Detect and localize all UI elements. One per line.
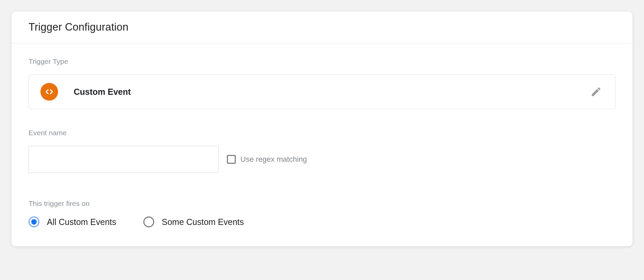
trigger-type-selector[interactable]: Custom Event [29,74,615,109]
fires-on-radio-group: All Custom Events Some Custom Events [29,216,615,227]
trigger-configuration-card: Trigger Configuration Trigger Type Custo… [12,12,632,246]
event-name-input[interactable] [29,146,219,173]
radio-selected-icon [29,216,39,227]
radio-some-custom-events[interactable]: Some Custom Events [143,216,244,227]
card-header: Trigger Configuration [12,12,632,44]
event-name-label: Event name [29,129,615,137]
code-icon [40,83,58,101]
edit-trigger-type-button[interactable] [589,84,604,99]
regex-checkbox[interactable]: Use regex matching [227,155,307,164]
regex-checkbox-label: Use regex matching [240,155,307,164]
card-title: Trigger Configuration [29,21,615,33]
fires-on-label: This trigger fires on [29,199,615,208]
trigger-type-label: Trigger Type [29,57,615,66]
event-name-row: Use regex matching [29,146,615,173]
trigger-type-value: Custom Event [74,87,131,97]
radio-all-custom-events[interactable]: All Custom Events [29,216,116,227]
checkbox-icon [227,155,236,164]
card-body: Trigger Type Custom Event Event name [12,44,632,246]
pencil-icon [590,86,602,98]
radio-unselected-icon [143,216,154,227]
radio-all-label: All Custom Events [47,217,116,227]
radio-some-label: Some Custom Events [162,217,244,227]
